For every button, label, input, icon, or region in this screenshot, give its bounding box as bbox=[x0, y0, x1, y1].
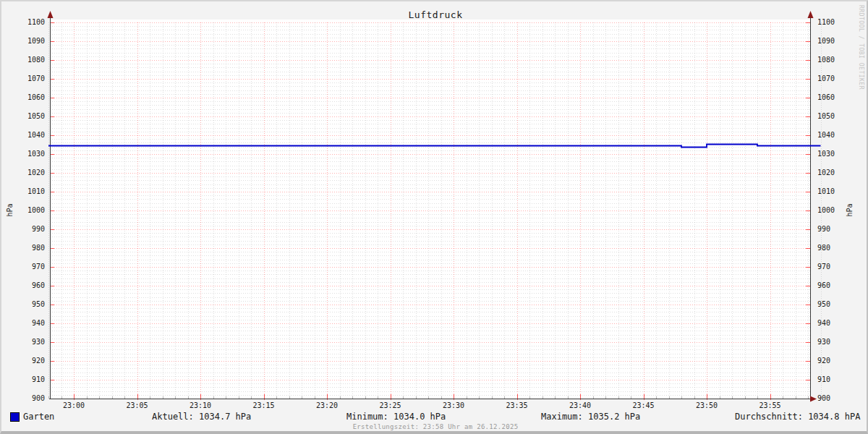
x-tick-label: 23:15 bbox=[242, 401, 286, 410]
y-tick-label: 1040 bbox=[817, 131, 848, 140]
y-tick-label: 1030 bbox=[817, 150, 848, 158]
y-tick-label: 1030 bbox=[14, 150, 45, 158]
x-tick-label: 23:50 bbox=[685, 401, 728, 410]
y-tick-label: 1000 bbox=[14, 206, 45, 215]
y-tick-label: 900 bbox=[817, 394, 848, 403]
y-tick-label: 950 bbox=[817, 300, 848, 309]
x-tick-label: 23:00 bbox=[52, 401, 95, 410]
y-tick-label: 990 bbox=[14, 225, 45, 234]
y-tick-label: 1000 bbox=[817, 206, 848, 215]
stat-durchschnitt: Durchschnitt: 1034.8 hPA bbox=[735, 412, 860, 422]
y-tick-label: 970 bbox=[817, 263, 848, 271]
x-tick-label: 23:05 bbox=[116, 401, 159, 410]
y-tick-label: 1050 bbox=[14, 112, 45, 121]
y-tick-label: 1040 bbox=[14, 131, 45, 140]
rrdtool-graph: Luftdruck RRDTOOL / TOBI OETIKER hPa hPa… bbox=[0, 0, 868, 434]
y-tick-label: 1050 bbox=[817, 112, 848, 121]
y-tick-label: 1070 bbox=[817, 75, 848, 83]
x-tick-label: 23:35 bbox=[495, 401, 539, 410]
x-tick-label: 23:25 bbox=[369, 401, 412, 410]
y-tick-label: 940 bbox=[14, 319, 45, 328]
y-tick-label: 910 bbox=[14, 375, 45, 384]
x-tick-label: 23:30 bbox=[432, 401, 475, 410]
y-tick-label: 1090 bbox=[817, 37, 848, 46]
y-tick-label: 1090 bbox=[14, 37, 45, 46]
x-tick-label: 23:20 bbox=[305, 401, 349, 410]
y-tick-label: 930 bbox=[14, 338, 45, 346]
stat-aktuell: Aktuell: 1034.7 hPa bbox=[152, 412, 251, 422]
y-tick-label: 900 bbox=[14, 394, 45, 403]
y-tick-label: 960 bbox=[817, 281, 848, 290]
legend: Garten Aktuell: 1034.7 hPaMinimum: 1034.… bbox=[1, 412, 868, 423]
x-tick-label: 23:55 bbox=[749, 401, 792, 410]
y-tick-label: 1010 bbox=[14, 187, 45, 196]
y-tick-label: 1100 bbox=[14, 18, 45, 27]
x-tick-label: 23:45 bbox=[622, 401, 665, 410]
y-tick-label: 920 bbox=[817, 357, 848, 365]
y-tick-label: 980 bbox=[14, 244, 45, 252]
legend-swatch bbox=[10, 412, 20, 422]
y-tick-label: 910 bbox=[817, 375, 848, 384]
footer-timestamp: Erstellungszeit: 23:58 Uhr am 26.12.2025 bbox=[1, 423, 868, 430]
y-tick-label: 960 bbox=[14, 281, 45, 290]
legend-series-label: Garten bbox=[23, 412, 54, 422]
plot-area bbox=[1, 1, 868, 434]
y-tick-label: 1080 bbox=[817, 56, 848, 64]
y-tick-label: 1100 bbox=[817, 18, 848, 27]
y-tick-label: 940 bbox=[817, 319, 848, 328]
stat-maximum: Maximum: 1035.2 hPa bbox=[541, 412, 640, 422]
y-tick-label: 990 bbox=[817, 225, 848, 234]
y-tick-label: 1020 bbox=[817, 169, 848, 177]
y-tick-label: 1020 bbox=[14, 169, 45, 177]
y-tick-label: 930 bbox=[817, 338, 848, 346]
y-tick-label: 1070 bbox=[14, 75, 45, 83]
y-tick-label: 1060 bbox=[817, 93, 848, 102]
y-tick-label: 980 bbox=[817, 244, 848, 252]
y-tick-label: 970 bbox=[14, 263, 45, 271]
x-tick-label: 23:40 bbox=[558, 401, 602, 410]
stat-minimum: Minimum: 1034.0 hPa bbox=[346, 412, 446, 422]
y-tick-label: 1080 bbox=[14, 56, 45, 64]
y-tick-label: 920 bbox=[14, 357, 45, 365]
y-tick-label: 1060 bbox=[14, 93, 45, 102]
y-tick-label: 1010 bbox=[817, 187, 848, 196]
y-tick-label: 950 bbox=[14, 300, 45, 309]
x-tick-label: 23:10 bbox=[179, 401, 222, 410]
